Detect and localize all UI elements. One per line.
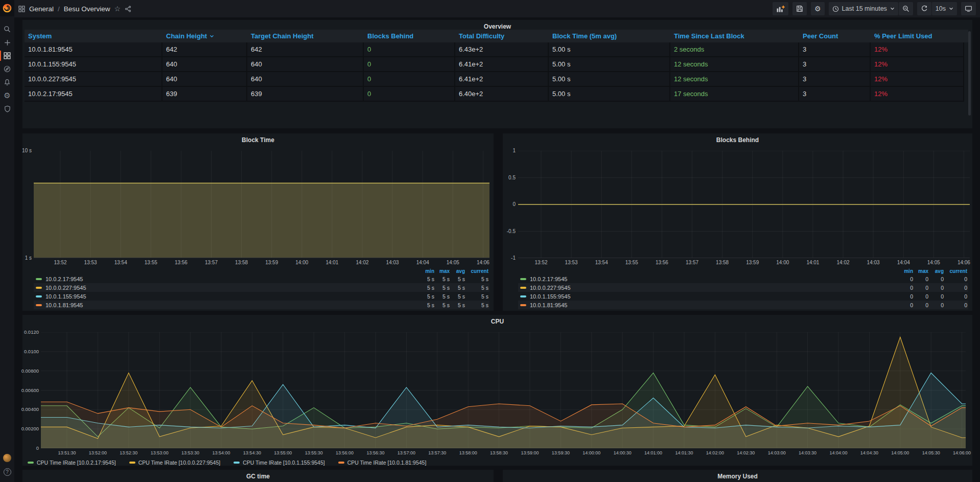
series-color-swatch bbox=[36, 287, 42, 289]
legend-series-label[interactable]: 10.0.1.155:9545 bbox=[518, 293, 894, 300]
column-header-system[interactable]: System bbox=[25, 32, 162, 40]
table-scrollbar[interactable] bbox=[968, 31, 971, 116]
share-icon[interactable] bbox=[125, 6, 131, 12]
table-cell: 17 seconds bbox=[670, 87, 799, 102]
legend-series-label[interactable]: 10.0.1.81:9545 bbox=[518, 302, 894, 308]
legend-series-label[interactable]: 10.0.0.227:9545 bbox=[34, 285, 415, 291]
legend-row: 10.0.1.81:95450000 bbox=[518, 301, 968, 309]
navbar-actions: ⚙ Last 15 minutes 10s bbox=[773, 2, 976, 15]
legend-series-label[interactable]: 10.0.2.17:9545 bbox=[34, 276, 415, 282]
legend-stat-value: 5 s bbox=[466, 293, 489, 300]
legend-series-label[interactable]: 10.0.1.81:9545 bbox=[34, 302, 415, 308]
legend-stat-value: 5 s bbox=[415, 285, 435, 291]
legend-series-label[interactable]: 10.0.1.155:9545 bbox=[34, 293, 415, 300]
panel-title-overview[interactable]: Overview bbox=[22, 23, 972, 30]
panel-title-cpu[interactable]: CPU bbox=[22, 318, 972, 325]
refresh-button[interactable] bbox=[917, 2, 931, 15]
table-cell: 3 bbox=[799, 87, 871, 102]
legend-stat-header[interactable]: avg bbox=[451, 268, 466, 274]
x-tick-label: 14:00:00 bbox=[577, 450, 606, 455]
x-tick-label: 13:58:30 bbox=[485, 450, 514, 455]
time-range-picker[interactable]: Last 15 minutes bbox=[829, 2, 898, 15]
legend-series-label[interactable]: CPU Time IRate [10.0.1.155:9545] bbox=[234, 460, 325, 466]
column-header-time-since-last-block[interactable]: Time Since Last Block bbox=[670, 32, 799, 40]
sidebar-item-alerting[interactable] bbox=[0, 76, 14, 89]
save-dashboard-button[interactable] bbox=[792, 2, 807, 15]
column-header-block-time-5m-avg-[interactable]: Block Time (5m avg) bbox=[549, 32, 670, 40]
user-avatar[interactable] bbox=[3, 454, 11, 462]
x-tick-label: 13:58 bbox=[708, 260, 737, 265]
column-header-total-difficulty[interactable]: Total Difficulty bbox=[455, 32, 549, 40]
sidebar-item-create[interactable] bbox=[0, 36, 14, 49]
zoom-out-button[interactable] bbox=[899, 2, 913, 15]
x-tick-label: 14:06 bbox=[949, 260, 978, 265]
sidebar-item-explore[interactable] bbox=[0, 62, 14, 76]
add-panel-button[interactable] bbox=[773, 2, 788, 15]
breadcrumb-section[interactable]: General bbox=[29, 5, 54, 13]
panel-title-blocks-behind[interactable]: Blocks Behind bbox=[503, 136, 972, 144]
sidebar-item-server-admin[interactable] bbox=[0, 102, 14, 116]
legend-stat-value: 0 bbox=[929, 293, 945, 300]
series-color-swatch bbox=[36, 295, 42, 297]
legend-stat-header[interactable]: current bbox=[466, 268, 489, 274]
sidebar-item-dashboards[interactable] bbox=[0, 49, 14, 62]
star-icon[interactable]: ☆ bbox=[114, 5, 121, 13]
table-row: 10.0.2.17:954563963906.40e+25.00 s17 sec… bbox=[25, 87, 968, 102]
cpu-legend: CPU Time IRate [10.0.2.17:9545]CPU Time … bbox=[28, 460, 426, 466]
column-header-chain-height[interactable]: Chain Height bbox=[162, 32, 247, 40]
help-icon[interactable]: ? bbox=[4, 468, 11, 476]
panel-title-memory-used[interactable]: Memory Used bbox=[503, 473, 972, 480]
legend-stat-header[interactable]: current bbox=[945, 268, 968, 274]
series-color-swatch bbox=[338, 462, 344, 464]
column-header-blocks-behind[interactable]: Blocks Behind bbox=[364, 32, 455, 40]
dashboard-settings-button[interactable]: ⚙ bbox=[811, 2, 825, 15]
x-tick-label: 14:02 bbox=[348, 260, 377, 265]
legend-stat-header[interactable]: max bbox=[914, 268, 929, 274]
x-tick-label: 14:05 bbox=[438, 260, 467, 265]
y-tick-label: 0.5 bbox=[503, 175, 516, 180]
legend-series-label[interactable]: CPU Time IRate [10.0.0.227:9545] bbox=[129, 460, 221, 466]
x-tick-label: 13:54 bbox=[106, 260, 135, 265]
legend-series-label[interactable]: 10.0.2.17:9545 bbox=[518, 276, 894, 282]
table-cell: 12 seconds bbox=[670, 72, 799, 87]
block-time-chart bbox=[34, 151, 489, 258]
legend-stat-header[interactable]: min bbox=[894, 268, 914, 274]
column-header-target-chain-height[interactable]: Target Chain Height bbox=[247, 32, 364, 40]
x-tick-label: 14:03 bbox=[859, 260, 888, 265]
legend-stat-header[interactable]: avg bbox=[929, 268, 945, 274]
legend-row: 10.0.0.227:95455 s5 s5 s5 s bbox=[34, 283, 489, 292]
legend-series-label[interactable]: CPU Time IRate [10.0.1.81:9545] bbox=[338, 460, 427, 466]
cycle-view-button[interactable] bbox=[961, 2, 976, 15]
legend-stat-value: 5 s bbox=[435, 285, 451, 291]
x-tick-label: 13:51:30 bbox=[53, 450, 81, 455]
table-cell: 12% bbox=[871, 57, 964, 72]
legend-stat-header[interactable]: min bbox=[415, 268, 435, 274]
time-range-label: Last 15 minutes bbox=[842, 5, 887, 12]
grafana-logo[interactable] bbox=[0, 0, 14, 16]
x-tick-label: 13:59 bbox=[258, 260, 286, 265]
table-cell: 12% bbox=[871, 42, 964, 57]
sidebar-item-configuration[interactable]: ⚙ bbox=[0, 89, 14, 102]
column-header-peer-count[interactable]: Peer Count bbox=[799, 32, 871, 40]
panel-title-block-time[interactable]: Block Time bbox=[22, 136, 494, 144]
x-tick-label: 13:55 bbox=[136, 260, 165, 265]
grafana-logo-icon bbox=[2, 3, 12, 14]
legend-stat-header[interactable]: max bbox=[435, 268, 451, 274]
legend-series-label[interactable]: 10.0.0.227:9545 bbox=[518, 285, 894, 291]
x-tick-label: 14:04:30 bbox=[855, 450, 883, 455]
table-cell: 2 seconds bbox=[670, 42, 799, 57]
legend-stat-value: 0 bbox=[894, 276, 914, 282]
panel-title-gc-time[interactable]: GC time bbox=[22, 473, 494, 480]
refresh-interval-picker[interactable]: 10s bbox=[932, 2, 957, 15]
y-tick-label: 0.00600 bbox=[18, 387, 39, 393]
x-tick-label: 14:06:00 bbox=[948, 450, 976, 455]
shield-icon bbox=[4, 105, 11, 112]
column-header--peer-limit-used[interactable]: % Peer Limit Used bbox=[871, 32, 964, 40]
panel-overview: Overview SystemChain HeightTarget Chain … bbox=[22, 20, 972, 128]
sidebar-item-search[interactable] bbox=[0, 22, 14, 36]
y-tick-label: 0.0100 bbox=[18, 349, 39, 354]
x-tick-label: 13:52:00 bbox=[83, 450, 112, 455]
compass-icon bbox=[4, 65, 11, 73]
blocks-behind-chart bbox=[518, 151, 970, 258]
legend-series-label[interactable]: CPU Time IRate [10.0.2.17:9545] bbox=[28, 460, 116, 466]
